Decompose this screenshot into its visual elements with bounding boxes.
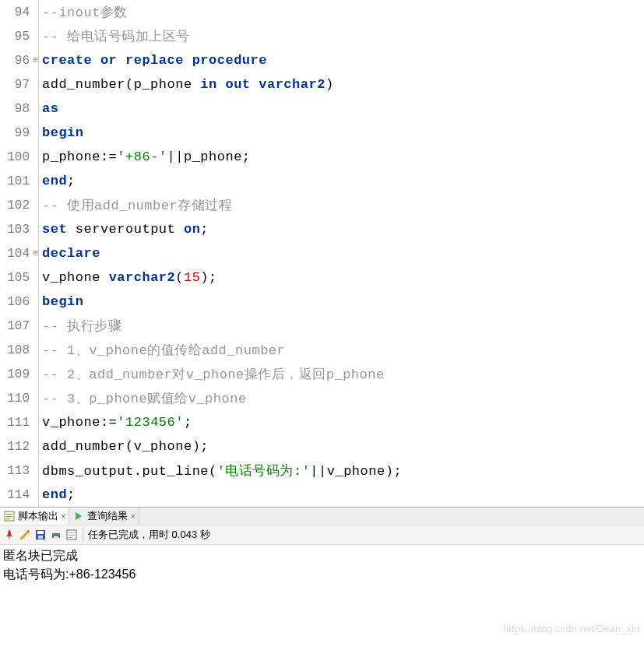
line-number: 108 [0,343,33,357]
play-icon [72,510,85,522]
code-line[interactable]: 98as [0,97,644,121]
close-icon[interactable]: × [130,511,135,521]
token-ident: serveroutput [67,222,184,237]
tab-query-result[interactable]: 查询结果 × [69,508,139,525]
output-line: 匿名块已完成 [3,546,641,565]
code-content[interactable]: v_phone varchar2(15); [39,270,217,285]
code-line[interactable]: 111v_phone:='123456'; [0,410,644,434]
code-line[interactable]: 100p_phone:='+86-'||p_phone; [0,145,644,169]
line-number: 114 [0,488,33,502]
code-content[interactable]: -- 使用add_number存储过程 [39,196,232,214]
fold-gutter [33,217,39,241]
code-line[interactable]: 110-- 3、p_phone赋值给v_phone [0,386,644,410]
code-content[interactable]: -- 给电话号码加上区号 [39,27,190,45]
code-content[interactable]: --inout参数 [39,3,128,21]
token-kw: end [42,174,67,188]
code-content[interactable]: end; [39,174,76,188]
code-content[interactable]: -- 3、p_phone赋值给v_phone [39,389,247,407]
code-line[interactable]: 105v_phone varchar2(15); [0,265,644,290]
line-number: 110 [0,392,33,406]
fold-gutter [33,265,39,290]
code-line[interactable]: 97add_number(p_phone in out varchar2) [0,72,644,97]
toolbar-status: 任务已完成，用时 0.043 秒 [88,528,210,542]
line-number: 112 [0,440,33,454]
token-comment: -- 2、add_number对v_phone操作后，返回p_phone [42,367,385,382]
code-content[interactable]: -- 2、add_number对v_phone操作后，返回p_phone [39,365,385,383]
code-line[interactable]: 94--inout参数 [0,0,644,24]
code-line[interactable]: 104⊟declare [0,241,644,265]
pencil-icon[interactable] [19,529,31,541]
code-content[interactable]: begin [39,294,84,309]
fold-collapse-icon[interactable]: ⊟ [33,250,37,258]
svg-rect-1 [6,514,12,515]
code-line[interactable]: 112add_number(v_phone); [0,434,644,459]
code-line[interactable]: 101end; [0,169,644,193]
fold-gutter [33,24,39,48]
fold-gutter [33,72,39,97]
fold-gutter[interactable]: ⊟ [33,241,39,265]
code-line[interactable]: 96⊟create or replace procedure [0,48,644,72]
code-line[interactable]: 108-- 1、v_phone的值传给add_number [0,338,644,362]
line-number: 102 [0,199,33,213]
code-line[interactable]: 102-- 使用add_number存储过程 [0,193,644,217]
code-content[interactable]: -- 1、v_phone的值传给add_number [39,341,285,359]
code-content[interactable]: declare [39,246,100,261]
token-kw: end [42,487,67,502]
token-comment: -- 3、p_phone赋值给v_phone [42,392,247,406]
code-content[interactable]: v_phone:='123456'; [39,415,192,430]
print-icon[interactable] [50,529,62,541]
fold-gutter [33,97,39,121]
save-icon[interactable] [34,529,47,541]
line-number: 100 [0,150,33,164]
code-editor[interactable]: 94--inout参数95-- 给电话号码加上区号96⊟create or re… [0,0,644,507]
clear-icon[interactable] [65,529,78,541]
tab-script-output[interactable]: 脚本输出 × [0,508,69,525]
code-content[interactable]: dbms_output.put_line('电话号码为:'||v_phone); [39,462,402,480]
output-tabs: 脚本输出 × 查询结果 × [0,508,644,525]
line-number: 113 [0,464,33,478]
line-number: 105 [0,271,33,285]
code-line[interactable]: 106begin [0,290,644,314]
script-output-icon [3,510,16,522]
code-content[interactable]: -- 执行步骤 [39,317,121,335]
svg-marker-4 [76,512,82,520]
fold-gutter [33,314,39,338]
code-line[interactable]: 113dbms_output.put_line('电话号码为:'||v_phon… [0,459,644,483]
code-line[interactable]: 95-- 给电话号码加上区号 [0,24,644,48]
token-ident: ||v_phone); [310,464,402,479]
line-number: 98 [0,102,33,116]
close-icon[interactable]: × [61,511,65,521]
token-punct: ; [67,487,76,502]
token-kw: begin [42,125,84,140]
svg-rect-5 [9,536,10,539]
code-content[interactable]: begin [39,125,84,140]
code-content[interactable]: add_number(p_phone in out varchar2) [39,77,334,92]
line-number: 95 [0,30,33,44]
fold-gutter [33,290,39,314]
code-content[interactable]: end; [39,487,76,502]
line-number: 104 [0,247,33,261]
code-line[interactable]: 103set serveroutput on; [0,217,644,241]
fold-gutter [33,410,39,434]
code-content[interactable]: p_phone:='+86-'||p_phone; [39,149,251,164]
pin-icon[interactable] [3,529,16,541]
code-content[interactable]: create or replace procedure [39,53,267,68]
code-line[interactable]: 109-- 2、add_number对v_phone操作后，返回p_phone [0,362,644,386]
tab-query-result-label: 查询结果 [87,509,128,523]
line-number: 109 [0,367,33,381]
code-line[interactable]: 99begin [0,121,644,145]
code-content[interactable]: as [39,101,58,116]
code-line[interactable]: 114end; [0,483,644,507]
token-num: 15 [184,270,200,285]
token-kw: declare [42,246,100,261]
line-number: 97 [0,78,33,92]
code-line[interactable]: 107-- 执行步骤 [0,314,644,338]
fold-collapse-icon[interactable]: ⊟ [33,57,37,65]
code-content[interactable]: set serveroutput on; [39,222,209,237]
code-content[interactable]: add_number(v_phone); [39,439,209,454]
token-punct: ; [67,174,76,188]
line-number: 111 [0,416,33,430]
fold-gutter [33,386,39,410]
fold-gutter[interactable]: ⊟ [33,48,39,72]
fold-gutter [33,434,39,459]
